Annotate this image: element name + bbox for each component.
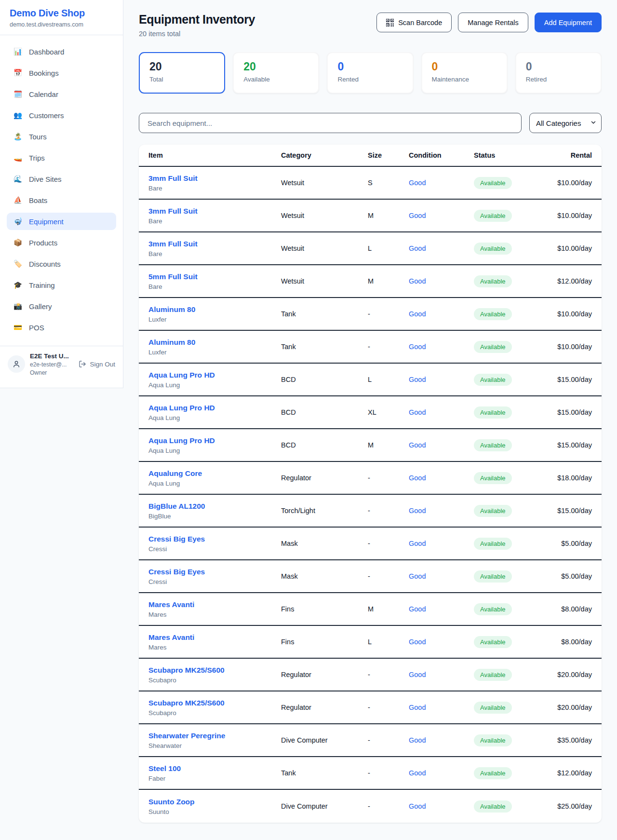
sidebar-item-training[interactable]: 🎓 Training	[7, 276, 116, 294]
sidebar-item-label: Trips	[29, 154, 45, 162]
item-cell: Scubapro MK25/S600 Scubapro	[148, 699, 281, 717]
item-name-link[interactable]: Cressi Big Eyes	[148, 535, 205, 543]
item-name-link[interactable]: 3mm Full Suit	[148, 240, 198, 248]
stat-card-total[interactable]: 20 Total	[139, 52, 225, 94]
item-category: Regulator	[281, 704, 368, 711]
stat-card-available[interactable]: 20 Available	[233, 52, 319, 94]
add-equipment-button[interactable]: Add Equipment	[535, 13, 602, 32]
sidebar-item-calendar[interactable]: 🗓️ Calendar	[7, 85, 116, 103]
item-condition-link[interactable]: Good	[409, 736, 426, 744]
item-condition-link[interactable]: Good	[409, 277, 426, 285]
item-name-link[interactable]: BigBlue AL1200	[148, 502, 205, 511]
item-condition-link[interactable]: Good	[409, 376, 426, 383]
item-name-link[interactable]: 3mm Full Suit	[148, 207, 198, 216]
table-row: Shearwater Peregrine Shearwater Dive Com…	[139, 724, 602, 757]
item-name-link[interactable]: Aluminum 80	[148, 338, 195, 347]
sidebar-item-equipment[interactable]: 🤿 Equipment	[7, 213, 116, 230]
status-badge: Available	[474, 439, 512, 451]
status-badge: Available	[474, 374, 512, 386]
stat-value-rented: 0	[337, 60, 402, 73]
sign-out-button[interactable]: Sign Out	[79, 360, 115, 368]
scan-barcode-label: Scan Barcode	[398, 19, 442, 27]
item-brand: Scubapro	[148, 709, 281, 717]
item-category: Tank	[281, 343, 368, 351]
item-condition-link[interactable]: Good	[409, 507, 426, 515]
sidebar-item-dive-sites[interactable]: 🌊 Dive Sites	[7, 170, 116, 188]
item-name-link[interactable]: Cressi Big Eyes	[148, 568, 205, 576]
item-brand: BigBlue	[148, 513, 281, 520]
sidebar-item-bookings[interactable]: 📅 Bookings	[7, 64, 116, 81]
item-rental: $10.00/day	[556, 343, 592, 351]
item-name-link[interactable]: Mares Avanti	[148, 633, 194, 642]
item-name-link[interactable]: Steel 100	[148, 764, 181, 773]
item-condition-link[interactable]: Good	[409, 638, 426, 646]
item-condition-link[interactable]: Good	[409, 474, 426, 482]
item-condition-link[interactable]: Good	[409, 441, 426, 449]
item-size: S	[368, 179, 409, 187]
item-name-link[interactable]: Scubapro MK25/S600	[148, 666, 225, 675]
sidebar-item-customers[interactable]: 👥 Customers	[7, 107, 116, 124]
item-condition-link[interactable]: Good	[409, 802, 426, 810]
item-condition-link[interactable]: Good	[409, 605, 426, 613]
item-name-link[interactable]: Scubapro MK25/S600	[148, 699, 225, 707]
status-badge: Available	[474, 341, 512, 353]
item-condition-link[interactable]: Good	[409, 704, 426, 711]
stat-card-maintenance[interactable]: 0 Maintenance	[421, 52, 508, 94]
item-condition-link[interactable]: Good	[409, 343, 426, 351]
item-condition-link[interactable]: Good	[409, 769, 426, 777]
sidebar-item-boats[interactable]: ⛵ Boats	[7, 191, 116, 209]
item-name-link[interactable]: Mares Avanti	[148, 600, 194, 609]
sidebar-nav: 📊 Dashboard 📅 Bookings 🗓️ Calendar 👥 Cus…	[0, 35, 123, 344]
item-name-link[interactable]: Aqua Lung Pro HD	[148, 371, 215, 379]
sidebar-item-products[interactable]: 📦 Products	[7, 234, 116, 251]
table-row: 3mm Full Suit Bare Wetsuit S Good Availa…	[139, 167, 602, 200]
item-name-link[interactable]: Aqua Lung Pro HD	[148, 404, 215, 412]
item-condition-link[interactable]: Good	[409, 179, 426, 187]
item-condition-link[interactable]: Good	[409, 540, 426, 547]
item-condition-link[interactable]: Good	[409, 244, 426, 252]
user-name: E2E Test U...	[30, 352, 69, 360]
scan-barcode-button[interactable]: Scan Barcode	[376, 13, 452, 32]
item-size: -	[368, 343, 409, 351]
dashboard-icon: 📊	[13, 48, 23, 56]
table-body: 3mm Full Suit Bare Wetsuit S Good Availa…	[139, 167, 602, 823]
sidebar-item-tours[interactable]: 🏝️ Tours	[7, 128, 116, 145]
sidebar-item-discounts[interactable]: 🏷️ Discounts	[7, 255, 116, 272]
sidebar-item-dashboard[interactable]: 📊 Dashboard	[7, 43, 116, 60]
equipment-table: Item Category Size Condition Status Rent…	[139, 145, 602, 823]
item-rental: $8.00/day	[556, 638, 592, 646]
item-name-link[interactable]: 5mm Full Suit	[148, 272, 198, 281]
item-condition-link[interactable]: Good	[409, 310, 426, 318]
item-condition-link[interactable]: Good	[409, 408, 426, 416]
item-brand: Bare	[148, 185, 281, 192]
item-name-link[interactable]: Suunto Zoop	[148, 798, 195, 806]
manage-rentals-button[interactable]: Manage Rentals	[458, 13, 528, 32]
sidebar-item-trips[interactable]: 🚤 Trips	[7, 149, 116, 166]
logout-icon	[79, 360, 86, 368]
shop-logo[interactable]: Demo Dive Shop	[10, 8, 113, 19]
item-rental: $8.00/day	[556, 605, 592, 613]
item-condition-link[interactable]: Good	[409, 212, 426, 219]
sidebar-item-pos[interactable]: 💳 POS	[7, 319, 116, 336]
sidebar-item-label: Customers	[29, 111, 64, 120]
item-name-link[interactable]: Shearwater Peregrine	[148, 732, 225, 740]
search-input[interactable]	[139, 113, 522, 133]
stat-card-rented[interactable]: 0 Rented	[327, 52, 413, 94]
item-size: -	[368, 310, 409, 318]
stat-card-retired[interactable]: 0 Retired	[515, 52, 602, 94]
item-name-link[interactable]: Aqua Lung Pro HD	[148, 436, 215, 445]
item-brand: Aqua Lung	[148, 447, 281, 454]
pos-icon: 💳	[13, 324, 23, 332]
item-condition-link[interactable]: Good	[409, 572, 426, 580]
item-name-link[interactable]: Aluminum 80	[148, 305, 195, 314]
category-select[interactable]: All Categories	[529, 113, 602, 133]
discounts-icon: 🏷️	[13, 260, 23, 268]
item-size: -	[368, 769, 409, 777]
sidebar-item-gallery[interactable]: 📸 Gallery	[7, 298, 116, 315]
item-category: Wetsuit	[281, 244, 368, 252]
item-name-link[interactable]: Aqualung Core	[148, 469, 202, 478]
status-badge: Available	[474, 767, 512, 779]
item-name-link[interactable]: 3mm Full Suit	[148, 174, 198, 183]
item-condition-link[interactable]: Good	[409, 671, 426, 678]
item-brand: Mares	[148, 644, 281, 651]
